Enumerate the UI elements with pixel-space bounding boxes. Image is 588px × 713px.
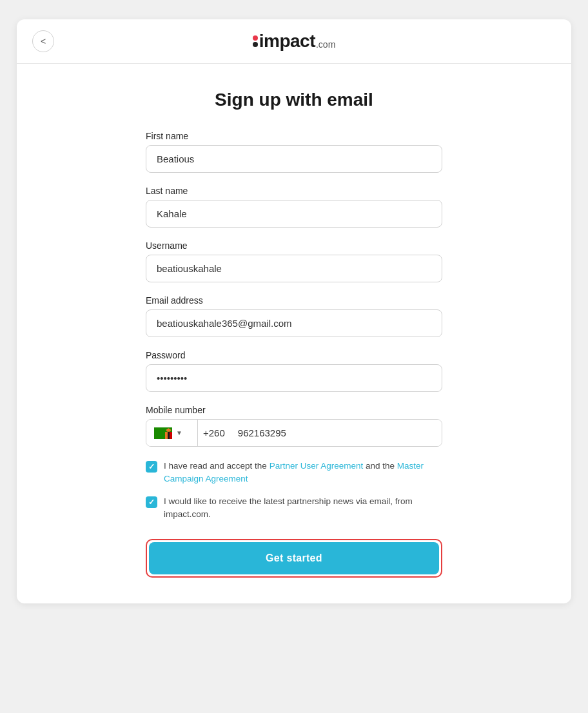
mobile-group: Mobile number ▼ [146, 405, 442, 447]
email-group: Email address [146, 295, 442, 337]
first-name-label: First name [146, 131, 442, 141]
first-name-input[interactable] [146, 145, 442, 173]
partner-agreement-link[interactable]: Partner User Agreement [270, 461, 364, 471]
mobile-label: Mobile number [146, 405, 442, 415]
signup-card: < impact .com Sign up with email First n… [17, 19, 571, 603]
phone-code: +260 [198, 420, 228, 446]
email-input[interactable] [146, 309, 442, 337]
logo-dot-red [253, 35, 258, 41]
stripe-red [170, 432, 172, 439]
form-container: Sign up with email First name Last name … [17, 64, 571, 578]
mobile-field-wrapper: ▼ +260 [146, 419, 442, 447]
chevron-down-icon: ▼ [176, 429, 182, 436]
logo-dot-black [253, 42, 258, 47]
agreement-checkbox-group: ✓ I have read and accept the Partner Use… [146, 460, 442, 486]
card-header: < impact .com [17, 19, 571, 64]
logo: impact .com [253, 31, 336, 52]
logo-icon [253, 35, 258, 47]
last-name-group: Last name [146, 186, 442, 228]
logo-text: impact [259, 31, 315, 52]
page-title: Sign up with email [146, 90, 442, 110]
agreement-label: I have read and accept the Partner User … [164, 460, 442, 486]
phone-input[interactable] [228, 420, 442, 446]
country-selector[interactable]: ▼ [146, 420, 198, 446]
back-icon: < [41, 36, 46, 46]
password-input[interactable] [146, 364, 442, 392]
last-name-input[interactable] [146, 200, 442, 228]
flag-zambia [154, 427, 172, 439]
username-input[interactable] [146, 255, 442, 282]
last-name-label: Last name [146, 186, 442, 196]
logo-com: .com [316, 39, 335, 52]
username-group: Username [146, 240, 442, 282]
newsletter-label: I would like to receive the latest partn… [164, 495, 442, 522]
first-name-group: First name [146, 131, 442, 173]
password-label: Password [146, 350, 442, 360]
logo-container: impact .com [32, 31, 556, 52]
newsletter-checkbox[interactable]: ✓ [146, 496, 157, 508]
username-label: Username [146, 240, 442, 251]
email-label: Email address [146, 295, 442, 306]
checkmark-icon: ✓ [148, 462, 155, 471]
password-group: Password [146, 350, 442, 392]
newsletter-checkbox-group: ✓ I would like to receive the latest par… [146, 495, 442, 522]
get-started-button[interactable]: Get started [149, 542, 439, 574]
checkmark-icon-2: ✓ [148, 498, 155, 507]
agreement-checkbox[interactable]: ✓ [146, 461, 157, 473]
get-started-wrapper: Get started [146, 539, 442, 578]
back-button[interactable]: < [32, 30, 54, 52]
